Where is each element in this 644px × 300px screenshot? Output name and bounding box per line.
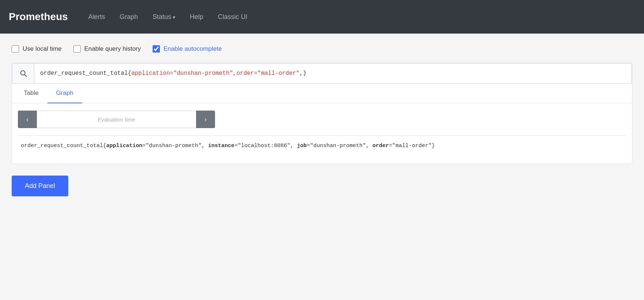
result-label-job-eq: ="dunshan-prometh",: [307, 143, 372, 149]
tab-content: ‹ › order_request_count_total{applicatio…: [12, 103, 632, 164]
result-metric-name: order_request_count_total{: [21, 143, 106, 149]
settings-row: Use local time Enable query history Enab…: [12, 45, 632, 53]
query-display[interactable]: order_request_count_total{application="d…: [34, 70, 632, 77]
nav-item-help[interactable]: Help: [184, 10, 209, 24]
add-panel-button[interactable]: Add Panel: [12, 176, 68, 196]
nav-item-graph[interactable]: Graph: [114, 10, 144, 24]
eval-prev-icon: ‹: [26, 116, 28, 123]
result-row: order_request_count_total{application="d…: [18, 135, 626, 156]
result-label-order-eq: ="mall-order"}: [389, 143, 435, 149]
enable-query-history-text: Enable query history: [84, 45, 141, 53]
navbar-brand[interactable]: Prometheus: [9, 11, 68, 23]
nav-item-alerts[interactable]: Alerts: [83, 10, 111, 24]
tabs: Table Graph: [12, 84, 632, 103]
eval-row: ‹ ›: [18, 111, 215, 128]
use-local-time-checkbox[interactable]: [12, 45, 19, 53]
search-icon-wrapper: [12, 64, 34, 83]
enable-autocomplete-label[interactable]: Enable autocomplete: [153, 45, 222, 53]
main-content: Use local time Enable query history Enab…: [0, 34, 644, 208]
query-suffix: ,}: [300, 70, 307, 77]
svg-line-1: [24, 74, 27, 77]
tab-table[interactable]: Table: [15, 84, 47, 103]
query-attrs: application="dunshan-prometh",order="mal…: [131, 70, 300, 77]
use-local-time-label[interactable]: Use local time: [12, 45, 62, 53]
query-prefix: order_request_count_total{: [40, 70, 131, 77]
tab-graph[interactable]: Graph: [47, 84, 82, 103]
eval-prev-button[interactable]: ‹: [18, 111, 37, 128]
search-icon: [19, 69, 27, 77]
enable-autocomplete-text: Enable autocomplete: [164, 45, 222, 53]
nav-item-classic-ui[interactable]: Classic UI: [212, 10, 253, 24]
eval-next-icon: ›: [204, 116, 207, 123]
search-bar: order_request_count_total{application="d…: [12, 63, 632, 84]
eval-next-button[interactable]: ›: [196, 111, 215, 128]
result-label-instance-key: instance: [208, 143, 234, 149]
use-local-time-text: Use local time: [23, 45, 62, 53]
result-label-job-key: job: [297, 143, 307, 149]
enable-autocomplete-checkbox[interactable]: [153, 45, 160, 53]
enable-query-history-checkbox[interactable]: [73, 45, 81, 53]
result-label-order-key: order: [372, 143, 389, 149]
navbar-nav: Alerts Graph Status Help Classic UI: [83, 10, 253, 24]
result-label-instance-eq: ="localhost:8086",: [234, 143, 297, 149]
eval-time-input[interactable]: [37, 111, 196, 128]
enable-query-history-label[interactable]: Enable query history: [73, 45, 141, 53]
result-label-application-key: application: [106, 143, 142, 149]
navbar: Prometheus Alerts Graph Status Help Clas…: [0, 0, 644, 34]
panel-card: order_request_count_total{application="d…: [12, 63, 632, 164]
result-label-application-eq: ="dunshan-prometh",: [142, 143, 208, 149]
nav-item-status[interactable]: Status: [147, 10, 181, 24]
svg-point-0: [20, 71, 25, 75]
